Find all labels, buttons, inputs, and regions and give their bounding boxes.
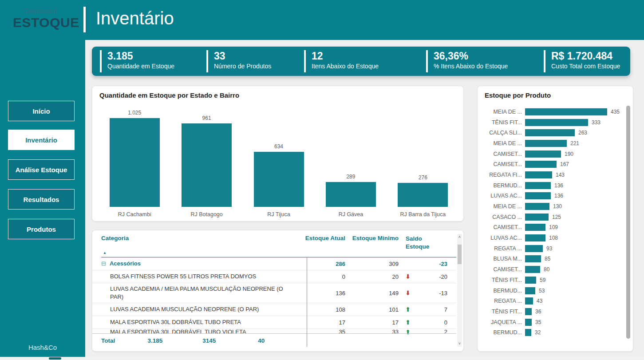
kpi-banner: 3.185Quantidade em Estoque33Número de Pr… <box>92 47 630 76</box>
table-scrollbar-thumb[interactable] <box>458 245 462 264</box>
product-bar[interactable] <box>525 108 607 115</box>
kpi-value: 33 <box>214 50 271 62</box>
product-bar[interactable] <box>525 214 549 221</box>
product-bar[interactable] <box>525 308 532 315</box>
table-group-row[interactable]: ⊟Acessórios286309-23 <box>92 257 456 270</box>
product-bar-row[interactable]: CASACO ...125 <box>481 212 625 222</box>
column-header-saldo-estoque[interactable]: Saldo Estoque <box>406 235 446 251</box>
bar[interactable] <box>110 118 160 207</box>
product-bar[interactable] <box>525 119 588 126</box>
bar[interactable] <box>398 183 448 207</box>
table-row[interactable]: LUVAS ACADEMIA MUSCULAÇÃO NEOPRENE (O PA… <box>92 303 456 316</box>
product-bar[interactable] <box>525 245 543 252</box>
product-bar[interactable] <box>525 182 551 189</box>
collapse-group-icon[interactable]: ⊟ <box>101 260 106 267</box>
product-bar-row[interactable]: MEIA DE ...221 <box>481 138 625 149</box>
bar-column: 634 <box>243 106 315 207</box>
product-label: TÊNIS FIT... <box>481 277 522 283</box>
bar[interactable] <box>182 123 232 207</box>
product-bar-row[interactable]: REGATA ...93 <box>481 243 625 254</box>
column-header-estoque-minimo[interactable]: Estoque Minimo <box>345 235 399 251</box>
table-scrollbar[interactable]: ˄ ˅ <box>457 234 462 347</box>
product-bar-row[interactable]: CAMISET...80 <box>481 264 625 275</box>
product-bar[interactable] <box>525 255 541 262</box>
product-bar[interactable] <box>525 287 535 294</box>
product-label: BLUSA M... <box>481 256 522 262</box>
sidebar-item-resultados[interactable]: Resultados <box>8 189 75 210</box>
product-bar-row[interactable]: MEIA DE ...130 <box>481 201 625 212</box>
product-label: CAMISET... <box>481 161 522 167</box>
product-bar-row[interactable]: BERMUD...32 <box>481 327 625 338</box>
product-bar[interactable] <box>525 234 545 241</box>
product-bar-row[interactable]: LUVAS AC...136 <box>481 191 625 202</box>
product-bar[interactable] <box>525 161 557 168</box>
product-bar[interactable] <box>525 329 531 336</box>
product-bar-row[interactable]: BERMUD...53 <box>481 285 625 296</box>
bar-chart-plot: 1.025961634289276 <box>99 106 459 207</box>
product-bar[interactable] <box>525 319 532 326</box>
product-bar-row[interactable]: TÊNIS FIT...36 <box>481 306 625 317</box>
product-bar[interactable] <box>525 224 545 231</box>
table-card-categorias: Categoria Estoque Atual Estoque Minimo S… <box>92 230 464 352</box>
product-bar-row[interactable]: LUVAS AC...108 <box>481 233 625 243</box>
column-header-estoque-atual[interactable]: Estoque Atual <box>298 235 345 251</box>
header-divider <box>83 7 86 32</box>
product-label: LUVAS AC... <box>481 235 522 241</box>
product-label: JAQUETA ... <box>481 319 522 325</box>
table-row[interactable]: BOLSA FITNESS POWER 55 LITROS PRETA DOMY… <box>92 270 456 283</box>
bar[interactable] <box>326 182 376 207</box>
product-bar[interactable] <box>525 150 561 158</box>
row-category-name: LUVAS ACADEMIA MUSCULAÇÃO NEOPRENE (O PA… <box>101 305 298 313</box>
sidebar-item-invent-rio[interactable]: Inventário <box>8 130 75 150</box>
sort-ascending-icon[interactable]: ▲ <box>103 251 107 255</box>
kpi-2: 33Número de Produtos <box>206 50 271 72</box>
table-header-row: Categoria Estoque Atual Estoque Minimo S… <box>101 235 450 251</box>
product-bar-row[interactable]: REGATA ...43 <box>481 296 625 306</box>
bar-value-label: 1.025 <box>128 110 141 116</box>
product-bar[interactable] <box>525 277 536 284</box>
product-bar-row[interactable]: MEIA DE ...435 <box>481 107 625 117</box>
product-bar[interactable] <box>525 192 551 199</box>
product-value-label: 36 <box>535 309 541 315</box>
bar-value-label: 634 <box>274 143 283 150</box>
product-bar[interactable] <box>525 297 533 305</box>
page-horizontal-scrollbar-thumb[interactable] <box>49 357 61 360</box>
product-bar[interactable] <box>525 140 567 147</box>
row-category-name: LUVAS ACADEMIA / MEIA PALMA MUSCULAÇÃO N… <box>101 285 298 301</box>
scroll-down-icon[interactable]: ˅ <box>457 341 462 346</box>
product-bar[interactable] <box>525 266 540 273</box>
product-bar-row[interactable]: JAQUETA ...35 <box>481 317 625 328</box>
logo-subtitle: Dashboard <box>24 7 57 15</box>
sidebar-item-in-cio[interactable]: Início <box>8 101 75 121</box>
product-bar-row[interactable]: CAMISET...167 <box>481 159 625 170</box>
product-bar-row[interactable]: TÊNIS FIT...333 <box>481 117 625 128</box>
bar[interactable] <box>254 152 304 207</box>
product-bar[interactable] <box>525 203 549 210</box>
product-bar-row[interactable]: BERMUD...136 <box>481 180 625 191</box>
kpi-1: 3.185Quantidade em Estoque <box>100 50 174 72</box>
product-bar-row[interactable]: CALÇA SLI...263 <box>481 127 625 138</box>
table-row[interactable]: MALA ESPORTIVA 30L DOBRÁVEL TUBO PRETA17… <box>92 316 456 329</box>
product-bar-row[interactable]: BLUSA M...85 <box>481 254 625 265</box>
bar-chart-category-axis: RJ CachambiRJ BotagogoRJ TijucaRJ GáveaR… <box>99 211 459 218</box>
product-bar-row[interactable]: REGATA FI...143 <box>481 170 625 180</box>
product-label: LUVAS AC... <box>481 193 522 199</box>
product-value-label: 333 <box>592 119 601 126</box>
bar-category-label: RJ Tijuca <box>243 211 315 218</box>
product-value-label: 221 <box>570 140 579 146</box>
column-header-categoria[interactable]: Categoria <box>101 235 298 251</box>
kpi-arrow-up-icon: ⬆ <box>399 306 417 313</box>
product-bar[interactable] <box>525 129 575 136</box>
product-bar[interactable] <box>525 171 552 178</box>
product-chart-scrollbar[interactable] <box>626 106 630 339</box>
product-bar-row[interactable]: CAMISET...109 <box>481 222 625 233</box>
product-value-label: 43 <box>537 298 542 304</box>
scroll-up-icon[interactable]: ˄ <box>457 235 462 239</box>
page-horizontal-scrollbar[interactable] <box>0 357 644 360</box>
sidebar-item-produtos[interactable]: Produtos <box>8 219 75 239</box>
product-bar-row[interactable]: TÊNIS FIT...59 <box>481 275 625 285</box>
table-row[interactable]: LUVAS ACADEMIA / MEIA PALMA MUSCULAÇÃO N… <box>92 283 456 303</box>
sidebar-item-an-lise-estoque[interactable]: Análise Estoque <box>8 159 75 180</box>
bar-category-label: RJ Barra da Tijuca <box>387 211 459 218</box>
product-bar-row[interactable]: CAMISET...190 <box>481 149 625 159</box>
